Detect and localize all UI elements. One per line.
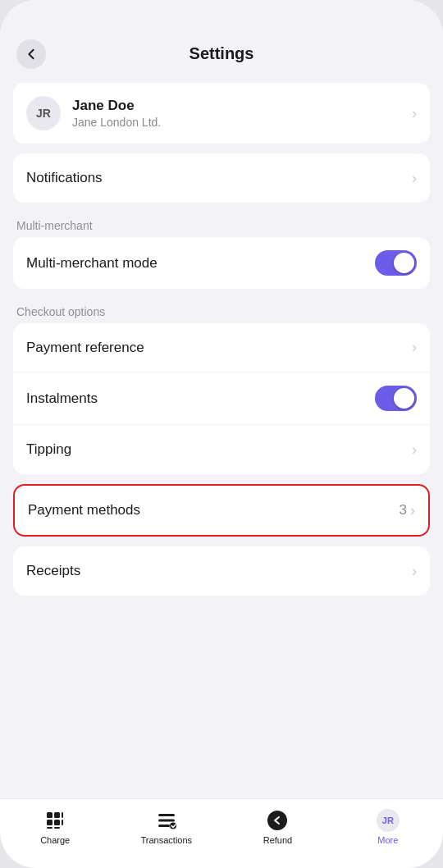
- toggle-knob: [394, 388, 414, 409]
- header: Settings: [0, 0, 443, 73]
- multi-merchant-row[interactable]: Multi-merchant mode: [13, 237, 430, 289]
- payment-methods-card[interactable]: Payment methods 3 ›: [13, 484, 430, 537]
- svg-rect-3: [47, 820, 53, 825]
- svg-rect-2: [62, 812, 63, 818]
- nav-item-transactions[interactable]: Transactions: [141, 809, 193, 845]
- settings-content: JR Jane Doe Jane London Ltd. › Notificat…: [0, 73, 443, 798]
- payment-methods-label: Payment methods: [28, 502, 400, 519]
- svg-rect-10: [158, 825, 170, 827]
- multi-merchant-card: Multi-merchant mode: [13, 237, 430, 289]
- svg-rect-8: [158, 814, 175, 816]
- tipping-row[interactable]: Tipping ›: [13, 425, 430, 474]
- svg-rect-4: [54, 820, 60, 825]
- phone-container: Settings JR Jane Doe Jane London Ltd. › …: [0, 0, 443, 868]
- chevron-icon: ›: [412, 441, 417, 459]
- payment-methods-count: 3: [400, 502, 407, 519]
- svg-rect-0: [47, 812, 53, 818]
- nav-label-refund: Refund: [263, 835, 292, 845]
- receipts-label: Receipts: [26, 563, 412, 579]
- nav-label-transactions: Transactions: [141, 835, 193, 845]
- user-info: Jane Doe Jane London Ltd.: [72, 98, 161, 129]
- multi-merchant-label: Multi-merchant mode: [26, 255, 375, 272]
- svg-rect-6: [47, 827, 53, 829]
- notifications-label: Notifications: [26, 170, 412, 186]
- user-profile-card[interactable]: JR Jane Doe Jane London Ltd. ›: [13, 83, 430, 144]
- svg-point-11: [170, 823, 176, 829]
- notifications-card[interactable]: Notifications ›: [13, 153, 430, 203]
- receipts-row[interactable]: Receipts ›: [13, 546, 430, 596]
- chevron-icon: ›: [412, 105, 417, 122]
- toggle-knob: [394, 253, 414, 273]
- checkout-options-card: Payment reference › Instalments Tipping …: [13, 323, 430, 474]
- nav-item-refund[interactable]: Refund: [253, 809, 302, 845]
- svg-rect-9: [158, 820, 175, 822]
- payment-methods-row[interactable]: Payment methods 3 ›: [15, 486, 428, 535]
- svg-rect-5: [62, 820, 63, 825]
- chevron-icon: ›: [410, 502, 415, 519]
- instalments-toggle[interactable]: [375, 386, 417, 411]
- payment-reference-label: Payment reference: [26, 340, 412, 356]
- avatar: JR: [26, 96, 61, 130]
- instalments-row[interactable]: Instalments: [13, 372, 430, 425]
- svg-rect-7: [54, 827, 60, 829]
- multi-merchant-section-label: Multi-merchant: [13, 212, 430, 237]
- chevron-icon: ›: [412, 339, 417, 356]
- arrow-left-icon: [266, 809, 289, 832]
- user-name: Jane Doe: [72, 98, 161, 114]
- svg-rect-1: [54, 812, 60, 818]
- page-title: Settings: [190, 44, 254, 63]
- svg-point-12: [267, 811, 287, 830]
- nav-item-charge[interactable]: Charge: [30, 809, 80, 845]
- grid-icon: [43, 809, 66, 832]
- payment-reference-row[interactable]: Payment reference ›: [13, 323, 430, 372]
- bottom-nav: Charge Transactions: [0, 798, 443, 868]
- notifications-row[interactable]: Notifications ›: [13, 153, 430, 203]
- list-icon: [155, 809, 178, 832]
- multi-merchant-toggle[interactable]: [375, 250, 417, 276]
- checkout-options-section-label: Checkout options: [13, 299, 430, 323]
- nav-label-charge: Charge: [40, 835, 70, 845]
- tipping-label: Tipping: [26, 441, 412, 458]
- avatar-icon: JR: [377, 809, 400, 832]
- nav-label-more: More: [377, 835, 398, 845]
- chevron-icon: ›: [412, 563, 417, 580]
- user-profile-row[interactable]: JR Jane Doe Jane London Ltd. ›: [13, 83, 430, 144]
- instalments-label: Instalments: [26, 391, 375, 407]
- user-company: Jane London Ltd.: [72, 116, 161, 129]
- chevron-icon: ›: [412, 170, 417, 187]
- receipts-card[interactable]: Receipts ›: [13, 546, 430, 596]
- user-row-left: JR Jane Doe Jane London Ltd.: [26, 96, 412, 130]
- nav-item-more[interactable]: JR More: [363, 809, 413, 845]
- back-button[interactable]: [16, 39, 46, 69]
